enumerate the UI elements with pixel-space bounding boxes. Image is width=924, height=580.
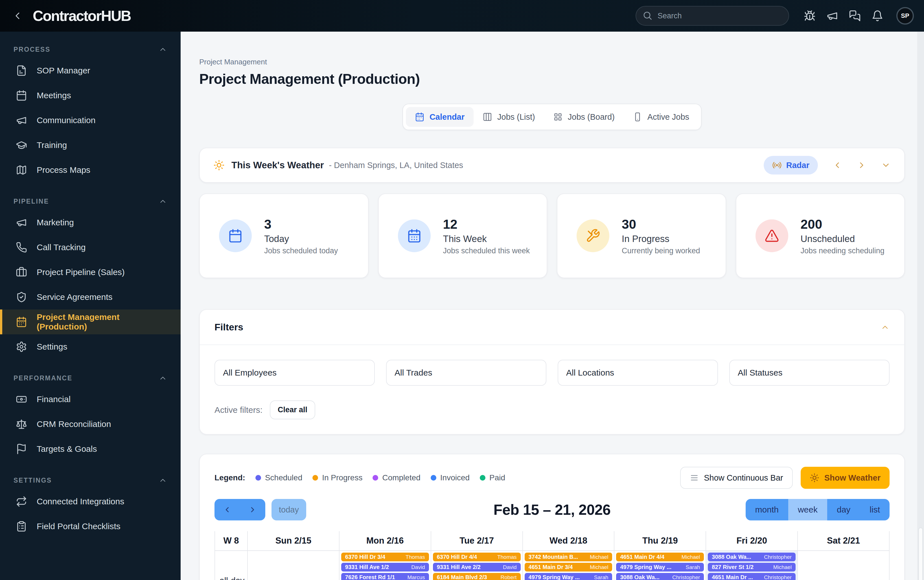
day-cell-thu[interactable]: 4651 Main Dr 4/4Michael4979 Spring Way .… bbox=[614, 551, 706, 580]
stat-sublabel: Jobs scheduled this week bbox=[443, 247, 530, 255]
sidebar-item-project-management-production[interactable]: Project Management (Production) bbox=[0, 310, 181, 334]
section-title: SETTINGS bbox=[13, 477, 52, 484]
calendar-event[interactable]: 3088 Oak Wa...Christopher bbox=[616, 573, 704, 580]
sidebar-item-settings[interactable]: Settings bbox=[0, 334, 181, 359]
sidebar-item-label: Project Management (Production) bbox=[37, 312, 167, 331]
radar-button[interactable]: Radar bbox=[764, 156, 818, 175]
stat-card-in-progress: 30 In Progress Currently being worked bbox=[557, 193, 726, 278]
scrollbar-thumb[interactable] bbox=[918, 527, 923, 580]
sidebar-item-label: Targets & Goals bbox=[37, 444, 97, 454]
chat-icon[interactable] bbox=[849, 10, 861, 22]
calendar-event[interactable]: 6370 Hill Dr 4/4Thomas bbox=[433, 553, 521, 561]
gear-icon bbox=[16, 341, 27, 353]
filter-trades-select[interactable]: All Trades bbox=[386, 360, 546, 386]
filter-statuses-select[interactable]: All Statuses bbox=[729, 360, 889, 386]
sidebar-section-settings[interactable]: SETTINGS bbox=[0, 476, 181, 484]
day-cell-fri-today[interactable]: 3088 Oak Wa...Christopher827 River St 1/… bbox=[706, 551, 798, 580]
day-header-sat: Sat 2/21 bbox=[798, 531, 889, 551]
day-cell-sun[interactable] bbox=[248, 551, 340, 580]
sidebar-item-call-tracking[interactable]: Call Tracking bbox=[0, 235, 181, 260]
chevron-down-icon[interactable] bbox=[881, 160, 891, 170]
sidebar-item-label: Settings bbox=[37, 342, 67, 351]
calendar-event[interactable]: 4651 Main Dr 3/4Michael bbox=[524, 563, 612, 572]
bell-icon[interactable] bbox=[871, 10, 883, 22]
calendar-event[interactable]: 6370 Hill Dr 3/4Thomas bbox=[341, 553, 429, 561]
day-cell-tue[interactable]: 6370 Hill Dr 4/4Thomas9331 Hill Ave 2/2D… bbox=[431, 551, 523, 580]
filter-locations-select[interactable]: All Locations bbox=[558, 360, 718, 386]
show-weather-button[interactable]: Show Weather bbox=[801, 467, 889, 489]
sidebar-item-label: Financial bbox=[37, 394, 71, 404]
radar-label: Radar bbox=[786, 161, 809, 170]
stat-card-unscheduled: 200 Unscheduled Jobs needing scheduling bbox=[736, 193, 905, 278]
sidebar-item-field-portal-checklists[interactable]: Field Portal Checklists bbox=[0, 514, 181, 539]
sun-icon bbox=[213, 160, 225, 171]
sidebar-item-financial[interactable]: Financial bbox=[0, 387, 181, 412]
hamburger-icon bbox=[690, 473, 699, 482]
tab-jobs-list[interactable]: Jobs (List) bbox=[474, 107, 544, 127]
day-cell-sat[interactable] bbox=[798, 551, 889, 580]
app-logo: ContractorHUB bbox=[33, 7, 131, 24]
calendar-event[interactable]: 3088 Oak Wa...Christopher bbox=[708, 553, 796, 561]
calendar-event[interactable]: 3742 Mountain B...Michael bbox=[524, 553, 612, 561]
chevron-up-icon[interactable] bbox=[881, 323, 889, 332]
sidebar-item-service-agreements[interactable]: Service Agreements bbox=[0, 285, 181, 310]
week-number-header: W 8 bbox=[215, 531, 248, 551]
search-container bbox=[636, 6, 789, 26]
show-continuous-bar-button[interactable]: Show Continuous Bar bbox=[680, 467, 793, 489]
megaphone-icon[interactable] bbox=[826, 10, 838, 22]
sidebar-item-training[interactable]: Training bbox=[0, 133, 181, 158]
day-cell-mon[interactable]: 6370 Hill Dr 3/4Thomas9331 Hill Ave 1/2D… bbox=[340, 551, 431, 580]
day-cell-wed[interactable]: 3742 Mountain B...Michael4651 Main Dr 3/… bbox=[523, 551, 615, 580]
sidebar-item-targets-goals[interactable]: Targets & Goals bbox=[0, 437, 181, 461]
calendar-event[interactable]: 9331 Hill Ave 2/2David bbox=[433, 563, 521, 572]
day-header-fri: Fri 2/20 bbox=[706, 531, 798, 551]
sidebar-item-crm-reconciliation[interactable]: CRM Reconciliation bbox=[0, 412, 181, 437]
clear-all-button[interactable]: Clear all bbox=[270, 400, 315, 419]
calendar-icon bbox=[219, 219, 252, 252]
stat-value: 12 bbox=[443, 217, 530, 232]
tab-calendar[interactable]: Calendar bbox=[406, 107, 474, 127]
calendar-event[interactable]: 4651 Main Dr 4/4Michael bbox=[616, 553, 704, 561]
sidebar-item-marketing[interactable]: Marketing bbox=[0, 210, 181, 235]
sidebar-item-communication[interactable]: Communication bbox=[0, 108, 181, 133]
sidebar-section-pipeline[interactable]: PIPELINE bbox=[0, 197, 181, 206]
sidebar-item-connected-integrations[interactable]: Connected Integrations bbox=[0, 489, 181, 514]
sidebar-section-performance[interactable]: PERFORMANCE bbox=[0, 374, 181, 382]
bug-icon[interactable] bbox=[804, 10, 815, 22]
stat-value: 200 bbox=[801, 217, 885, 232]
invoiced-dot bbox=[431, 475, 436, 481]
sidebar-section-process[interactable]: PROCESS bbox=[0, 45, 181, 54]
calendar-event[interactable]: 7626 Forest Rd 1/1Marcus bbox=[341, 573, 429, 580]
sidebar-item-meetings[interactable]: Meetings bbox=[0, 83, 181, 108]
calendar-event[interactable]: 6184 Main Blvd 2/3Robert bbox=[433, 573, 521, 580]
tab-active-jobs[interactable]: Active Jobs bbox=[624, 107, 698, 127]
calendar-view-switcher: month week day list bbox=[746, 499, 889, 521]
calendar-event[interactable]: 4979 Spring Way ...Sarah bbox=[524, 573, 612, 580]
search-input[interactable] bbox=[636, 6, 789, 26]
view-week-button[interactable]: week bbox=[788, 499, 827, 521]
chevron-left-icon[interactable] bbox=[833, 160, 842, 170]
sidebar-item-label: Connected Integrations bbox=[37, 497, 124, 506]
calendar-event[interactable]: 9331 Hill Ave 1/2David bbox=[341, 563, 429, 572]
user-avatar[interactable]: SP bbox=[896, 7, 914, 25]
section-title: PROCESS bbox=[13, 46, 51, 53]
flag-icon bbox=[16, 443, 27, 455]
calendar-event[interactable]: 4979 Spring Way ...Sarah bbox=[616, 563, 704, 572]
tab-label: Active Jobs bbox=[648, 112, 689, 122]
in-progress-dot bbox=[312, 475, 318, 481]
sidebar-item-sop-manager[interactable]: SOP Manager bbox=[0, 58, 181, 83]
view-day-button[interactable]: day bbox=[827, 499, 860, 521]
tab-jobs-board[interactable]: Jobs (Board) bbox=[544, 107, 624, 127]
calendar-event[interactable]: 827 River St 1/2Michael bbox=[708, 563, 796, 572]
back-button[interactable] bbox=[10, 8, 25, 23]
weather-location: - Denham Springs, LA, United States bbox=[329, 161, 464, 170]
view-list-button[interactable]: list bbox=[860, 499, 889, 521]
view-month-button[interactable]: month bbox=[746, 499, 788, 521]
calendar-event[interactable]: 4651 Main Dr ...Christopher bbox=[708, 573, 796, 580]
filter-employees-select[interactable]: All Employees bbox=[214, 360, 375, 386]
chevron-right-icon[interactable] bbox=[857, 160, 866, 170]
stat-card-this-week: 12 This Week Jobs scheduled this week bbox=[378, 193, 547, 278]
sidebar-item-process-maps[interactable]: Process Maps bbox=[0, 158, 181, 183]
sidebar-item-project-pipeline-sales[interactable]: Project Pipeline (Sales) bbox=[0, 260, 181, 285]
page-scrollbar[interactable] bbox=[917, 31, 924, 580]
